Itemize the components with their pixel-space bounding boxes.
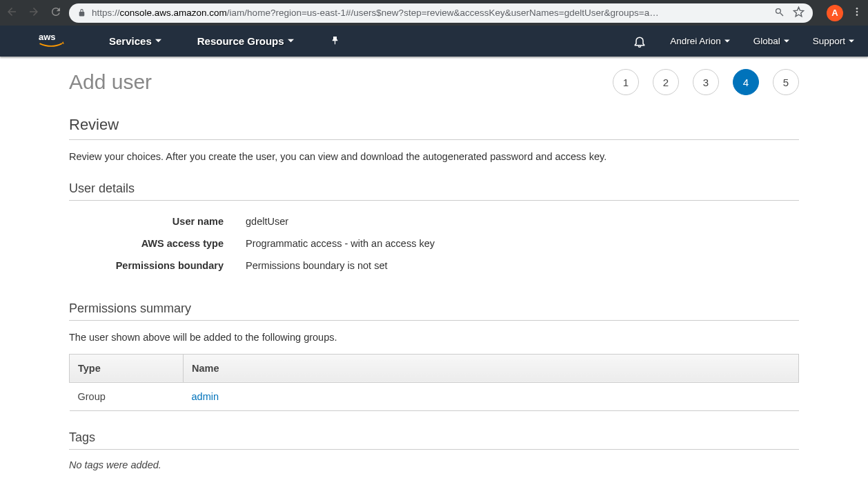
avatar-letter: A	[831, 8, 838, 18]
url-text: https://console.aws.amazon.com/iam/home?…	[92, 8, 769, 18]
table-row: Group admin	[70, 382, 799, 410]
wizard-stepper: 1 2 3 4 5	[613, 69, 799, 95]
svg-point-0	[856, 8, 858, 10]
title-row: Add user 1 2 3 4 5	[69, 69, 799, 95]
nav-resource-groups[interactable]: Resource Groups	[197, 35, 294, 47]
detail-value-username: gdeltUser	[246, 216, 799, 227]
nav-user[interactable]: Andrei Arion	[670, 36, 730, 46]
review-text: Review your choices. After you create th…	[69, 150, 799, 165]
forward-button[interactable]	[28, 6, 40, 21]
detail-label-access-type: AWS access type	[69, 238, 246, 249]
search-in-page-icon[interactable]	[774, 7, 785, 19]
tags-empty: No tags were added.	[69, 459, 799, 470]
detail-value-access-type: Programmatic access - with an access key	[246, 238, 799, 249]
nav-pin-icon[interactable]	[330, 35, 340, 48]
detail-label-perm-boundary: Permissions boundary	[69, 260, 246, 271]
permissions-heading: Permissions summary	[69, 301, 799, 321]
reload-button[interactable]	[50, 6, 62, 21]
nav-region[interactable]: Global	[753, 36, 789, 46]
url-domain: console.aws.amazon.com	[120, 8, 227, 18]
user-details-grid: User name gdeltUser AWS access type Prog…	[69, 210, 799, 277]
permissions-text: The user shown above will be added to th…	[69, 330, 799, 346]
step-4[interactable]: 4	[733, 69, 759, 95]
svg-point-1	[856, 10, 858, 12]
review-heading: Review	[69, 116, 799, 140]
user-details-heading: User details	[69, 181, 799, 201]
detail-row: AWS access type Programmatic access - wi…	[69, 232, 799, 255]
url-prefix: https://	[92, 8, 120, 18]
step-3[interactable]: 3	[693, 69, 719, 95]
aws-topnav: aws Services Resource Groups Andrei Ario…	[0, 26, 868, 57]
permissions-col-name: Name	[184, 354, 799, 382]
tags-heading: Tags	[69, 430, 799, 450]
permissions-table: Type Name Group admin	[69, 354, 799, 411]
aws-logo[interactable]: aws	[39, 32, 70, 51]
nav-support[interactable]: Support	[813, 36, 854, 46]
step-2[interactable]: 2	[653, 69, 679, 95]
profile-avatar[interactable]: A	[827, 5, 843, 21]
step-1[interactable]: 1	[613, 69, 639, 95]
step-5[interactable]: 5	[773, 69, 799, 95]
browser-toolbar: https://console.aws.amazon.com/iam/home?…	[0, 0, 868, 26]
detail-row: User name gdeltUser	[69, 210, 799, 232]
permissions-row-type: Group	[70, 382, 184, 410]
detail-value-perm-boundary: Permissions boundary is not set	[246, 260, 799, 271]
svg-text:aws: aws	[39, 32, 56, 42]
lock-icon	[77, 8, 86, 17]
url-path: /iam/home?region=us-east-1#/users$new?st…	[227, 8, 659, 18]
permissions-group-link[interactable]: admin	[192, 391, 219, 402]
bookmark-star-icon[interactable]	[793, 6, 805, 20]
nav-services[interactable]: Services	[109, 35, 161, 47]
page-content: Add user 1 2 3 4 5 Review Review your ch…	[0, 57, 868, 470]
back-button[interactable]	[6, 6, 18, 21]
notifications-bell-icon[interactable]	[633, 34, 647, 48]
kebab-menu-icon[interactable]	[851, 6, 862, 20]
detail-label-username: User name	[69, 216, 246, 227]
page-title: Add user	[69, 70, 152, 94]
permissions-col-type: Type	[70, 354, 184, 382]
detail-row: Permissions boundary Permissions boundar…	[69, 255, 799, 277]
browser-nav-buttons	[6, 6, 62, 21]
address-bar[interactable]: https://console.aws.amazon.com/iam/home?…	[69, 3, 813, 23]
svg-point-2	[856, 14, 858, 16]
